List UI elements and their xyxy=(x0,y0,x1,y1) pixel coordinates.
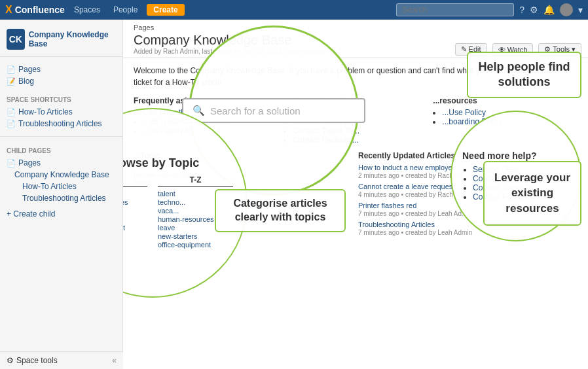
blog-label: Blog xyxy=(18,77,34,86)
sidebar-pages-section: 📄 Pages 📝 Blog xyxy=(0,61,122,90)
logo-name: Confluence xyxy=(15,5,65,15)
topic-printer[interactable]: printer xyxy=(123,241,147,249)
space-tools-area: ⚙ Space tools « xyxy=(0,351,123,369)
recently-link-4[interactable]: Troubleshooting Articles xyxy=(358,220,435,228)
global-search-input[interactable] xyxy=(396,3,514,16)
search-magnifier-icon: 🔍 xyxy=(193,105,205,116)
leverage-callout: Leverage your existing resources xyxy=(483,161,581,226)
howto-label: How-To Articles xyxy=(18,107,73,116)
settings-icon[interactable]: ⚙ xyxy=(530,5,538,15)
help-icon[interactable]: ? xyxy=(519,5,524,15)
recently-link-2[interactable]: Cannot create a leave request... xyxy=(358,183,461,190)
sidebar-item-howto[interactable]: 📄 How-To Articles xyxy=(7,106,116,118)
space-tools-label[interactable]: Space tools xyxy=(16,356,58,365)
sidebar-child-pages[interactable]: 📄 Pages xyxy=(7,157,116,169)
people-nav[interactable]: People xyxy=(109,4,141,16)
topic-office-equipment-2[interactable]: office-equipment xyxy=(158,241,233,249)
notifications-icon[interactable]: 🔔 xyxy=(543,5,555,15)
space-tools-icon: ⚙ xyxy=(7,356,14,365)
sidebar-item-blog[interactable]: 📝 Blog xyxy=(7,75,116,87)
topics-tz-header: T-Z xyxy=(158,175,233,187)
shortcuts-title: SPACE SHORTCUTS xyxy=(7,96,116,103)
leverage-text: Leverage your existing resources xyxy=(494,170,571,217)
help-find-title: Help people find solutions xyxy=(477,60,571,90)
space-name: Company Knowledge Base xyxy=(29,30,116,48)
topics-az-header: A-S xyxy=(123,175,147,187)
content-area: Pages Company Knowledge Base Added by Ra… xyxy=(123,20,588,369)
logo-x: X xyxy=(5,4,12,16)
troubleshooting-label: Troubleshooting Articles xyxy=(18,119,102,128)
breadcrumb: Pages xyxy=(134,24,578,31)
topics-col-az: A-S holidays human-resources leave new-s… xyxy=(123,175,147,249)
topic-new-starters[interactable]: new-starters xyxy=(123,215,147,223)
sidebar-item-troubleshooting[interactable]: 📄 Troubleshooting Articles xyxy=(7,118,116,130)
spaces-menu[interactable]: Spaces xyxy=(70,4,104,16)
avatar[interactable] xyxy=(560,3,573,16)
sidebar-item-pages[interactable]: 📄 Pages xyxy=(7,63,116,75)
troubleshooting-icon: 📄 xyxy=(7,120,16,128)
help-find-solutions-callout: Help people find solutions xyxy=(467,52,581,98)
child-pages-title: CHILD PAGES xyxy=(7,147,116,154)
space-logo-area: CK Company Knowledge Base xyxy=(0,25,122,57)
howto-icon: 📄 xyxy=(7,108,16,116)
sidebar-child-ckb[interactable]: Company Knowledge Base xyxy=(7,169,116,181)
page-body: Welcome to the Company Knowledge Base. I… xyxy=(123,58,588,245)
top-navigation: X Confluence Spaces People Create ? ⚙ 🔔 … xyxy=(0,0,588,20)
main-layout: CK Company Knowledge Base 📄 Pages 📝 Blog… xyxy=(0,20,588,369)
sidebar-child-troubleshooting[interactable]: Troubleshooting Articles xyxy=(7,192,116,204)
recently-link-1[interactable]: How to induct a new employee xyxy=(358,164,456,171)
search-placeholder-text: Search for a solution xyxy=(210,105,301,116)
categorise-callout: Categorise articles clearly with topics xyxy=(215,189,346,232)
topic-human-resources[interactable]: human-resources xyxy=(123,198,147,206)
create-button[interactable]: Create xyxy=(147,4,184,16)
sidebar-collapse-button[interactable]: « xyxy=(112,356,117,365)
topic-office-equipment[interactable]: office-equipment xyxy=(123,224,147,232)
space-icon: CK xyxy=(7,29,25,50)
avatar-arrow[interactable]: ▾ xyxy=(578,5,583,15)
topic-leave[interactable]: leave xyxy=(123,207,147,215)
sidebar: CK Company Knowledge Base 📄 Pages 📝 Blog… xyxy=(0,20,123,369)
create-child-button[interactable]: + Create child xyxy=(0,207,122,221)
topic-new-starters-2[interactable]: new-starters xyxy=(158,232,233,240)
need-help-title: Need more help? xyxy=(462,150,570,161)
categorise-text: Categorise articles clearly with topics xyxy=(225,197,335,224)
nav-icons: ? ⚙ 🔔 ▾ xyxy=(519,3,583,16)
confluence-logo: X Confluence xyxy=(5,4,65,16)
child-pages-section: CHILD PAGES 📄 Pages Company Knowledge Ba… xyxy=(0,141,122,207)
pages-icon: 📄 xyxy=(7,65,16,74)
child-pages-icon: 📄 xyxy=(7,159,16,167)
browse-topic-title: Browse by Topic xyxy=(123,156,199,170)
recently-link-3[interactable]: Printer flashes red xyxy=(358,202,416,209)
space-shortcuts-section: SPACE SHORTCUTS 📄 How-To Articles 📄 Trou… xyxy=(0,90,122,132)
blog-icon: 📝 xyxy=(7,77,16,86)
solution-search-box[interactable]: 🔍 Search for a solution xyxy=(182,98,365,123)
topic-policies[interactable]: policies xyxy=(123,232,147,240)
pages-label: Pages xyxy=(18,65,41,74)
sidebar-child-howto[interactable]: How-To Articles xyxy=(7,181,116,192)
topic-holidays[interactable]: holidays xyxy=(123,190,147,198)
